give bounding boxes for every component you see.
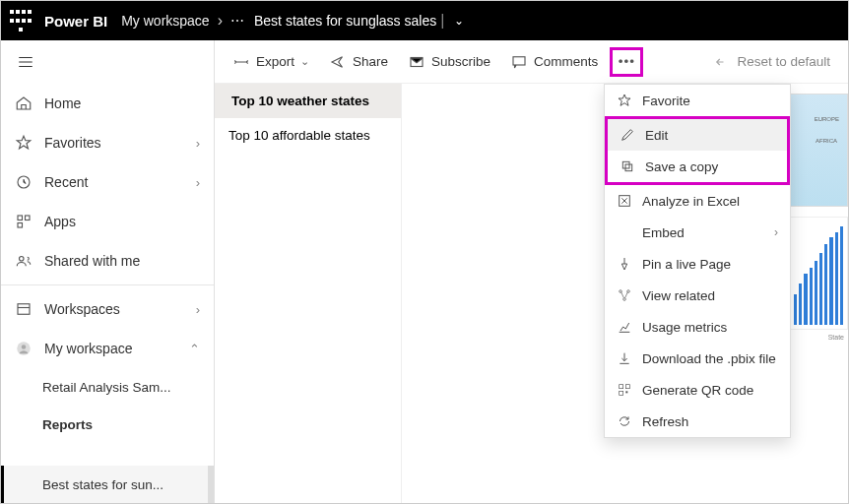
svg-rect-5: [18, 304, 30, 315]
breadcrumb-sep-icon: ›: [218, 12, 223, 30]
sidebar-item-home[interactable]: Home: [1, 84, 214, 123]
sidebar-label: Workspaces: [44, 301, 120, 317]
reset-button[interactable]: Reset to default: [705, 47, 838, 77]
hamburger-icon: [17, 53, 34, 71]
svg-rect-9: [513, 56, 525, 64]
workspace-icon: [15, 300, 33, 318]
mail-icon: [408, 53, 425, 71]
chart-axis-label: State: [828, 334, 844, 341]
page-tab-weather[interactable]: Top 10 weather states: [215, 84, 401, 118]
refresh-icon: [617, 413, 632, 429]
download-icon: [617, 350, 632, 366]
menu-item-view-related[interactable]: View related: [605, 280, 790, 311]
chart-icon: [617, 319, 632, 335]
star-icon: [15, 134, 33, 152]
menu-item-save-copy[interactable]: Save a copy: [608, 151, 787, 182]
sidebar-label: Apps: [44, 214, 76, 229]
comment-icon: [510, 53, 528, 71]
menu-item-qr[interactable]: Generate QR code: [605, 374, 790, 406]
sidebar-item-favorites[interactable]: Favorites ›: [1, 123, 214, 162]
pencil-icon: [620, 127, 635, 143]
report-pages-list: Top 10 weather states Top 10 affordable …: [215, 84, 402, 503]
menu-item-usage-metrics[interactable]: Usage metrics: [605, 311, 790, 343]
hamburger-button[interactable]: [1, 40, 214, 84]
page-tab-affordable[interactable]: Top 10 affordable states: [215, 118, 401, 153]
global-header: Power BI My workspace › ⋯ Best states fo…: [1, 1, 848, 40]
pin-icon: [617, 256, 632, 272]
svg-rect-17: [625, 385, 629, 389]
people-icon: [15, 252, 33, 270]
svg-rect-11: [625, 164, 632, 171]
chevron-down-icon: ⌄: [300, 55, 309, 68]
ellipsis-icon: •••: [619, 54, 635, 69]
sidebar-label: Home: [44, 95, 81, 111]
sidebar-sub-current-report[interactable]: Best states for sun...: [1, 466, 214, 503]
more-options-button[interactable]: •••: [610, 47, 643, 77]
menu-item-refresh[interactable]: Refresh: [605, 406, 790, 437]
clock-icon: [15, 173, 33, 191]
sidebar-divider: [1, 284, 214, 285]
excel-icon: [617, 193, 632, 209]
sidebar-sub-retail[interactable]: Retail Analysis Sam...: [1, 368, 214, 406]
star-icon: [617, 93, 632, 108]
sidebar-label: My workspace: [44, 341, 132, 356]
breadcrumb-title: Best states for sunglass sales: [254, 13, 436, 29]
sidebar-label: Favorites: [44, 135, 101, 151]
sidebar-item-workspaces[interactable]: Workspaces ›: [1, 289, 214, 329]
nav-sidebar: Home Favorites › Recent › Apps Shared wi…: [1, 40, 215, 503]
chevron-right-icon: ›: [196, 302, 200, 317]
chevron-right-icon: ›: [774, 225, 778, 239]
svg-rect-3: [18, 223, 23, 228]
menu-item-analyze-excel[interactable]: Analyze in Excel: [605, 185, 790, 217]
qr-icon: [617, 382, 632, 398]
menu-item-edit[interactable]: Edit: [608, 119, 787, 151]
undo-icon: [713, 53, 731, 71]
sidebar-label: Recent: [44, 174, 88, 190]
sidebar-label: Shared with me: [44, 253, 140, 269]
chevron-up-icon: ⌃: [189, 342, 200, 356]
share-button[interactable]: Share: [321, 47, 396, 77]
sidebar-item-recent[interactable]: Recent ›: [1, 162, 214, 202]
svg-rect-2: [26, 216, 31, 220]
main-area: Export ⌄ Share Subscribe Comments ••• R: [215, 40, 848, 503]
menu-item-download[interactable]: Download the .pbix file: [605, 343, 790, 374]
svg-rect-18: [620, 391, 623, 395]
sidebar-item-apps[interactable]: Apps: [1, 202, 214, 241]
chevron-right-icon: ›: [196, 175, 200, 190]
sidebar-item-my-workspace[interactable]: My workspace ⌃: [1, 329, 214, 368]
home-icon: [15, 94, 33, 112]
export-button[interactable]: Export ⌄: [225, 47, 317, 77]
title-pipe: |: [440, 12, 444, 30]
title-dropdown-icon[interactable]: ⌄: [454, 14, 464, 28]
more-options-menu: Favorite Edit Save a copy Analyze in Exc…: [604, 84, 791, 438]
chevron-right-icon: ›: [196, 136, 200, 151]
comments-button[interactable]: Comments: [502, 47, 606, 77]
breadcrumb-workspace[interactable]: My workspace: [121, 13, 209, 29]
menu-item-embed[interactable]: Embed ›: [605, 217, 790, 248]
svg-rect-16: [620, 385, 623, 389]
bar-chart-visual[interactable]: [789, 217, 848, 330]
person-circle-icon: [15, 340, 33, 357]
menu-item-pin[interactable]: Pin a live Page: [605, 248, 790, 280]
map-visual[interactable]: [789, 94, 848, 207]
sidebar-sub-reports[interactable]: Reports: [1, 406, 214, 443]
svg-point-7: [22, 345, 27, 349]
svg-rect-10: [622, 161, 629, 168]
copy-icon: [620, 158, 635, 174]
share-icon: [329, 53, 347, 71]
breadcrumb-ellipsis[interactable]: ⋯: [230, 13, 244, 29]
subscribe-button[interactable]: Subscribe: [400, 47, 498, 77]
app-launcher-icon[interactable]: [9, 9, 33, 32]
apps-icon: [15, 213, 33, 230]
svg-rect-1: [18, 216, 23, 220]
brand-label: Power BI: [44, 13, 107, 30]
menu-item-favorite[interactable]: Favorite: [605, 85, 790, 116]
svg-point-15: [623, 298, 626, 301]
sidebar-item-shared[interactable]: Shared with me: [1, 241, 214, 281]
report-toolbar: Export ⌄ Share Subscribe Comments ••• R: [215, 40, 848, 84]
related-icon: [617, 287, 632, 303]
export-icon: [232, 53, 250, 71]
svg-point-4: [20, 257, 25, 262]
svg-rect-19: [625, 391, 627, 393]
blank-icon: [617, 224, 632, 240]
